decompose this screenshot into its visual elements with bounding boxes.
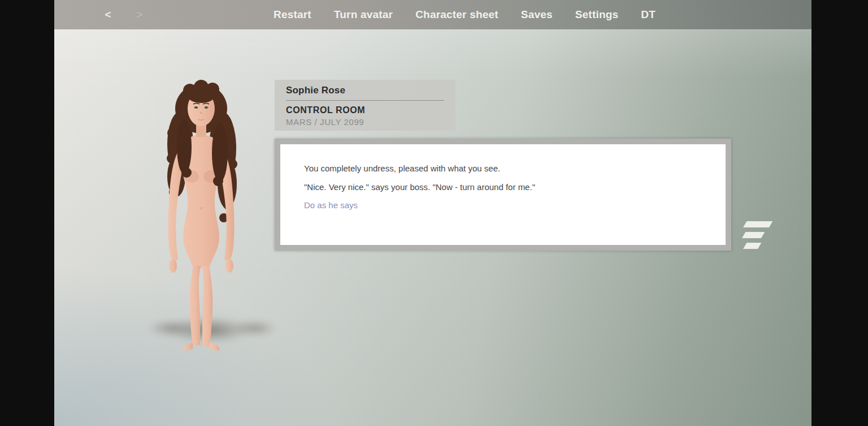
nav-menu: Restart Turn avatar Character sheet Save… (274, 0, 656, 29)
nav-item-restart[interactable]: Restart (274, 8, 311, 21)
character-name: Sophie Rose (286, 85, 444, 96)
game-viewport: < > Restart Turn avatar Character sheet … (54, 0, 811, 426)
location-label: CONTROL ROOM (286, 105, 444, 115)
text-lines-icon-bar (743, 221, 772, 227)
top-navbar: < > Restart Turn avatar Character sheet … (54, 0, 811, 29)
player-avatar (139, 79, 263, 354)
character-info-panel: Sophie Rose CONTROL ROOM MARS / JULY 209… (275, 80, 455, 131)
choice-link[interactable]: Do as he says (304, 200, 358, 210)
history-forward-icon[interactable]: > (131, 0, 148, 29)
story-paragraph: "Nice. Very nice." says your boss. "Now … (304, 182, 702, 192)
nav-item-turn-avatar[interactable]: Turn avatar (334, 8, 393, 21)
nav-item-character-sheet[interactable]: Character sheet (415, 8, 498, 21)
panel-divider (286, 100, 444, 101)
story-paragraph: You completely undress, pleased with wha… (304, 163, 702, 174)
avatar-legs (183, 266, 220, 351)
history-back-icon[interactable]: < (99, 0, 116, 29)
text-lines-icon-bar (742, 232, 765, 238)
nav-item-settings[interactable]: Settings (575, 8, 619, 21)
datetime-label: MARS / JULY 2099 (286, 117, 444, 127)
story-passage: You completely undress, pleased with wha… (280, 144, 726, 245)
text-lines-icon (743, 221, 771, 247)
story-frame: You completely undress, pleased with wha… (275, 139, 731, 251)
nav-item-dt[interactable]: DT (641, 8, 656, 21)
nav-item-saves[interactable]: Saves (521, 8, 553, 21)
text-lines-icon-bar (743, 243, 761, 249)
